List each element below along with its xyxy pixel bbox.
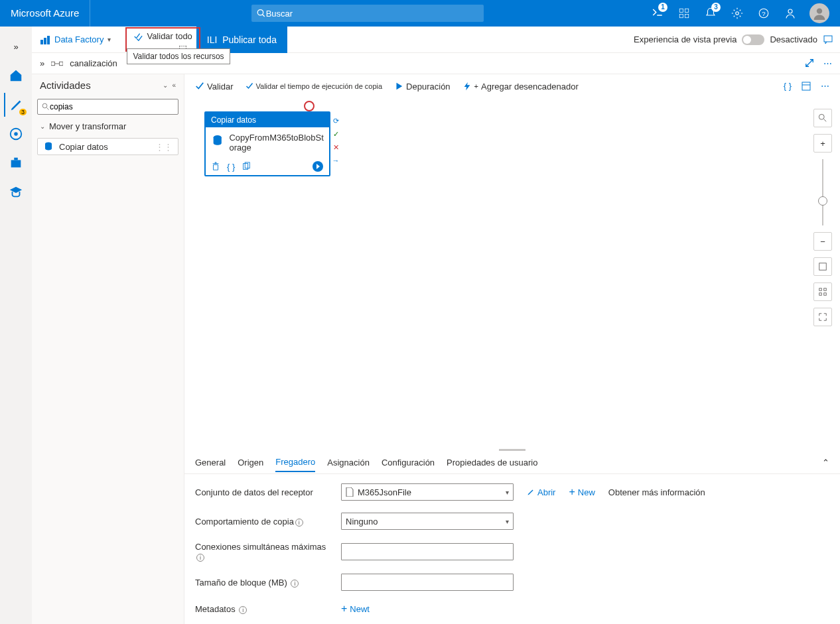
canvas-node-copy[interactable]: Copiar datos CopyFromM365toBlobStorage {… <box>204 111 330 176</box>
svg-point-12 <box>14 132 18 136</box>
global-search[interactable] <box>251 5 484 22</box>
node-success-icon: ✓ <box>330 129 341 139</box>
open-icon <box>527 488 535 496</box>
tab-general[interactable]: General <box>195 454 226 471</box>
activities-collapse-down-icon[interactable]: ⌄ <box>163 82 168 89</box>
rail-monitor-icon[interactable] <box>4 122 28 146</box>
block-size-input[interactable] <box>341 574 514 591</box>
code-view-icon[interactable]: { } <box>784 81 792 92</box>
info-icon[interactable]: i <box>291 580 299 588</box>
notifications-icon[interactable]: 3 <box>698 0 723 27</box>
tabs-collapse-icon[interactable]: ⌃ <box>822 458 829 468</box>
notifications-badge: 3 <box>711 3 721 12</box>
plus-icon: + <box>341 603 347 615</box>
svg-point-9 <box>788 9 792 13</box>
info-icon[interactable]: i <box>239 606 247 614</box>
directories-icon[interactable] <box>671 0 697 27</box>
canvas-search-icon[interactable] <box>813 109 832 127</box>
global-search-input[interactable] <box>266 9 479 19</box>
node-code-icon[interactable]: { } <box>227 162 235 172</box>
expand-diag-icon[interactable] <box>805 58 814 68</box>
svg-rect-35 <box>824 288 827 291</box>
secondary-toolbar: Data Factory ▾ Validar todo ⬚ Validar to… <box>32 27 840 53</box>
info-icon[interactable]: i <box>196 554 204 562</box>
metadata-label: Metadatos i <box>195 604 328 614</box>
zoom-fit-icon[interactable] <box>813 257 832 276</box>
max-conn-label: Conexiones simultáneas máximasi <box>195 542 328 562</box>
canvas-more-icon[interactable]: ⋯ <box>821 81 829 92</box>
rail-expand-icon[interactable]: » <box>4 34 28 58</box>
drag-handle-icon[interactable]: ⋮⋮ <box>155 142 173 152</box>
tab-settings[interactable]: Configuración <box>382 454 435 471</box>
properties-body: Conjunto de datos del receptor M365JsonF… <box>184 474 840 624</box>
rail-manage-icon[interactable] <box>4 151 28 175</box>
zoom-out-button[interactable]: − <box>813 232 832 251</box>
zoom-fullscreen-icon[interactable] <box>813 308 832 326</box>
breadcrumb-more-icon[interactable]: ⋯ <box>823 58 832 68</box>
activities-search-input[interactable] <box>50 102 174 111</box>
svg-rect-18 <box>824 36 832 42</box>
breadcrumb-expand-icon[interactable]: » <box>40 58 44 68</box>
max-conn-input[interactable] <box>341 543 514 560</box>
tab-mapping[interactable]: Asignación <box>327 454 370 471</box>
more-info-link[interactable]: Obtener más información <box>608 487 705 497</box>
rail-author-icon[interactable]: 3 <box>4 93 28 117</box>
zoom-slider[interactable] <box>822 159 823 225</box>
tab-source[interactable]: Origen <box>238 454 263 471</box>
svg-line-23 <box>47 108 49 110</box>
zoom-in-button[interactable]: + <box>813 134 832 153</box>
info-icon[interactable]: i <box>295 519 303 527</box>
data-factory-dropdown[interactable]: Data Factory ▾ <box>40 34 111 45</box>
rail-home-icon[interactable] <box>4 64 28 88</box>
node-run-icon[interactable] <box>312 160 324 172</box>
delete-icon[interactable] <box>211 162 220 171</box>
svg-rect-16 <box>44 38 46 44</box>
svg-rect-15 <box>40 40 43 44</box>
clone-icon[interactable] <box>242 162 251 171</box>
copy-data-icon <box>43 141 54 152</box>
node-output-icon[interactable]: → <box>330 155 341 166</box>
feedback-small-icon[interactable] <box>823 34 833 45</box>
activity-copy-data[interactable]: Copiar datos ⋮⋮ <box>37 138 178 155</box>
activities-search[interactable] <box>37 99 178 115</box>
validate-copy-runtime-button[interactable]: Validar el tiempo de ejecución de copia <box>245 82 383 90</box>
check-icon <box>245 82 253 90</box>
svg-line-1 <box>263 15 265 17</box>
cloud-shell-icon[interactable]: 1 <box>645 0 670 27</box>
copy-behavior-select[interactable]: Ninguno ▾ <box>341 513 514 530</box>
breadcrumb-pipeline[interactable]: canalización <box>70 58 117 68</box>
trigger-icon <box>462 82 472 91</box>
svg-rect-20 <box>60 62 63 65</box>
tab-userprops[interactable]: Propiedades de usuario <box>447 454 537 471</box>
error-indicator-icon <box>304 101 315 111</box>
feedback-icon[interactable] <box>778 0 803 27</box>
settings-gear-icon[interactable] <box>725 0 750 27</box>
validate-all-tooltip: Validar todos los recursos <box>127 48 230 64</box>
group-move-transform[interactable]: ⌄ Mover y transformar <box>32 117 184 135</box>
sink-dataset-select[interactable]: M365JsonFile ▾ <box>341 483 514 501</box>
pipeline-canvas[interactable]: Copiar datos CopyFromM365toBlobStorage {… <box>184 98 840 448</box>
activities-collapse-left-icon[interactable]: « <box>172 82 176 89</box>
tab-sink[interactable]: Fregadero <box>275 453 315 472</box>
debug-button[interactable]: Depuración <box>394 82 451 92</box>
add-trigger-button[interactable]: + Agregar desencadenador <box>462 82 579 92</box>
open-dataset-link[interactable]: Abrir <box>527 487 555 497</box>
validate-all-button[interactable]: Validar todo <box>133 31 192 41</box>
metadata-new-link[interactable]: + Newt <box>341 603 370 615</box>
properties-tabs: General Origen Fregadero Asignación Conf… <box>184 452 840 474</box>
node-refresh-icon[interactable]: ⟳ <box>330 115 341 126</box>
svg-line-32 <box>824 119 827 122</box>
sink-dataset-value: M365JsonFile <box>358 487 411 497</box>
copy-behavior-value: Ninguno <box>346 517 378 527</box>
validate-button[interactable]: Validar <box>195 82 234 92</box>
plus-icon: + <box>569 486 575 498</box>
check-all-icon <box>133 32 143 41</box>
preview-toggle[interactable] <box>742 34 764 45</box>
properties-icon[interactable] <box>801 81 811 92</box>
publish-prefix: ILI <box>207 34 218 45</box>
user-avatar[interactable] <box>809 3 829 23</box>
zoom-autolayout-icon[interactable] <box>813 282 832 301</box>
help-icon[interactable]: ? <box>751 0 776 27</box>
rail-learn-icon[interactable] <box>4 180 28 204</box>
new-dataset-link[interactable]: + New <box>569 486 595 498</box>
